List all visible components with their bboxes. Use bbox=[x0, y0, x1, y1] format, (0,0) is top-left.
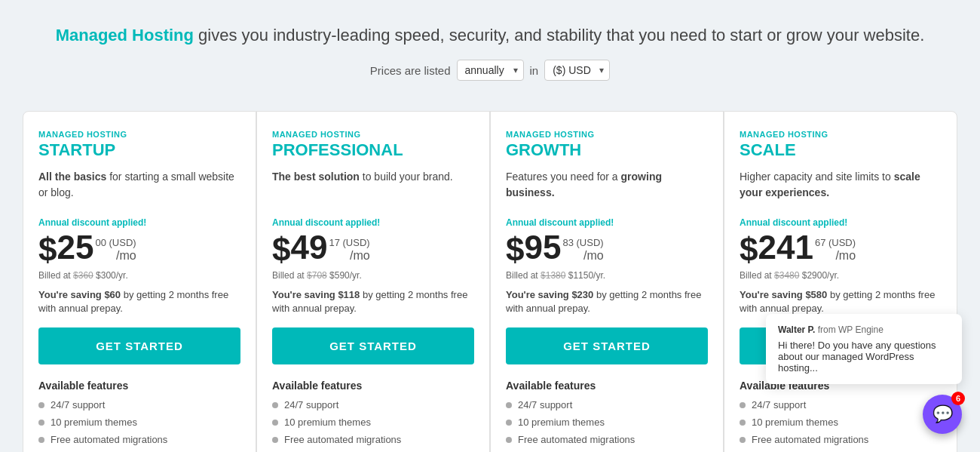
price-sup-container: 67 (USD) /mo bbox=[813, 231, 856, 266]
header-section: Managed Hosting gives you industry-leadi… bbox=[0, 0, 980, 111]
feature-item: 10 premium themes bbox=[740, 417, 942, 428]
chat-widget[interactable]: 💬 6 bbox=[923, 395, 962, 434]
feature-dot-icon bbox=[38, 420, 44, 426]
feature-dot-icon bbox=[506, 402, 512, 408]
feature-item: Free automated migrations bbox=[272, 434, 474, 445]
chat-tooltip-header: Walter P. from WP Engine bbox=[778, 324, 950, 335]
in-label: in bbox=[530, 64, 539, 77]
price-per: /mo bbox=[116, 249, 136, 263]
price-sup-container: 17 (USD) /mo bbox=[327, 231, 369, 266]
discount-label: Annual discount applied! bbox=[38, 217, 240, 228]
plan-label: MANAGED HOSTING bbox=[506, 130, 708, 139]
feature-text: 24/7 support bbox=[518, 399, 572, 410]
chat-agent-name: Walter P. bbox=[778, 324, 815, 335]
plan-description: Features you need for a growing business… bbox=[506, 169, 708, 205]
feature-text: 10 premium themes bbox=[51, 417, 137, 428]
get-started-button[interactable]: GET STARTED bbox=[272, 327, 474, 364]
billed-row: Billed at $708 $590/yr. bbox=[272, 270, 474, 281]
plan-label: MANAGED HOSTING bbox=[272, 130, 474, 139]
plan-label: MANAGED HOSTING bbox=[38, 130, 240, 139]
price-row: $ 241 67 (USD) /mo bbox=[740, 231, 942, 269]
feature-dot-icon bbox=[740, 402, 746, 408]
currency-wrapper[interactable]: ($) USD (€) EUR (£) GBP bbox=[544, 60, 610, 81]
feature-text: 24/7 support bbox=[51, 399, 105, 410]
feature-dot-icon bbox=[272, 402, 278, 408]
feature-dot-icon bbox=[740, 437, 746, 443]
header-title: Managed Hosting gives you industry-leadi… bbox=[30, 23, 950, 48]
discount-label: Annual discount applied! bbox=[506, 217, 708, 228]
discount-label: Annual discount applied! bbox=[272, 217, 474, 228]
plan-description: Higher capacity and site limits to scale… bbox=[740, 169, 942, 205]
get-started-button[interactable]: GET STARTED bbox=[506, 327, 708, 364]
feature-text: 10 premium themes bbox=[752, 417, 838, 428]
price-main: 49 bbox=[290, 231, 327, 264]
price-row: $ 49 17 (USD) /mo bbox=[272, 231, 474, 269]
billed-row: Billed at $360 $300/yr. bbox=[38, 270, 240, 281]
price-per: /mo bbox=[835, 249, 856, 263]
feature-text: 24/7 support bbox=[284, 399, 338, 410]
feature-item: 24/7 support bbox=[272, 399, 474, 410]
features-title: Available features bbox=[506, 380, 708, 392]
price-cents: 83 (USD) bbox=[562, 237, 603, 249]
header-title-rest: gives you industry-leading speed, securi… bbox=[194, 26, 924, 45]
currency-select[interactable]: ($) USD (€) EUR (£) GBP bbox=[544, 60, 610, 81]
plan-card-3: MANAGED HOSTING SCALE Higher capacity an… bbox=[724, 111, 957, 452]
plan-card-0: MANAGED HOSTING STARTUP All the basics f… bbox=[23, 111, 256, 452]
price-row: $ 25 00 (USD) /mo bbox=[38, 231, 240, 269]
price-main: 25 bbox=[57, 231, 93, 264]
feature-text: 10 premium themes bbox=[518, 417, 605, 428]
chat-tooltip: Walter P. from WP Engine Hi there! Do yo… bbox=[766, 314, 962, 384]
saving-text: You're saving $60 by getting 2 months fr… bbox=[38, 288, 240, 315]
plan-name: GROWTH bbox=[506, 140, 708, 160]
feature-text: Free automated migrations bbox=[518, 434, 635, 445]
billed-row: Billed at $3480 $2900/yr. bbox=[740, 270, 942, 281]
feature-item: 10 premium themes bbox=[506, 417, 708, 428]
price-row: $ 95 83 (USD) /mo bbox=[506, 231, 708, 269]
price-dollar: $ bbox=[38, 231, 57, 269]
price-sup-container: 00 (USD) /mo bbox=[93, 231, 136, 266]
feature-dot-icon bbox=[506, 437, 512, 443]
price-cents: 00 (USD) bbox=[95, 237, 136, 249]
get-started-button[interactable]: GET STARTED bbox=[38, 327, 240, 364]
feature-text: Free automated migrations bbox=[752, 434, 868, 445]
chat-message: Hi there! Do you have any questions abou… bbox=[778, 340, 950, 374]
price-per: /mo bbox=[350, 249, 370, 263]
plan-name: SCALE bbox=[740, 140, 942, 160]
feature-dot-icon bbox=[506, 420, 512, 426]
feature-dot-icon bbox=[38, 437, 44, 443]
discount-label: Annual discount applied! bbox=[740, 217, 942, 228]
billing-cycle-select[interactable]: annually monthly bbox=[457, 60, 524, 81]
price-main: 95 bbox=[524, 231, 561, 264]
price-dollar: $ bbox=[272, 231, 290, 269]
feature-text: 24/7 support bbox=[752, 399, 806, 410]
chat-icon: 💬 bbox=[933, 404, 953, 424]
plan-description: The best solution to build your brand. bbox=[272, 169, 474, 205]
features-title: Available features bbox=[38, 380, 240, 392]
pricing-label: Prices are listed bbox=[370, 64, 451, 77]
price-per: /mo bbox=[583, 249, 604, 263]
price-dollar: $ bbox=[740, 231, 758, 269]
billing-cycle-wrapper[interactable]: annually monthly bbox=[457, 60, 524, 81]
feature-text: Free automated migrations bbox=[284, 434, 401, 445]
features-title: Available features bbox=[272, 380, 474, 392]
chat-badge: 6 bbox=[951, 392, 965, 405]
plan-name: STARTUP bbox=[38, 140, 240, 160]
plan-card-1: MANAGED HOSTING PROFESSIONAL The best so… bbox=[256, 111, 490, 452]
feature-dot-icon bbox=[38, 402, 44, 408]
chat-agent-company: from WP Engine bbox=[818, 324, 884, 335]
billed-row: Billed at $1380 $1150/yr. bbox=[506, 270, 708, 281]
feature-item: Free automated migrations bbox=[506, 434, 708, 445]
saving-text: You're saving $118 by getting 2 months f… bbox=[272, 288, 474, 315]
price-dollar: $ bbox=[506, 231, 524, 269]
page-wrapper: Managed Hosting gives you industry-leadi… bbox=[0, 0, 980, 452]
pricing-selector: Prices are listed annually monthly in ($… bbox=[30, 60, 950, 81]
feature-text: 10 premium themes bbox=[284, 417, 371, 428]
brand-highlight: Managed Hosting bbox=[56, 26, 194, 45]
feature-item: Free automated migrations bbox=[740, 434, 942, 445]
saving-text: You're saving $580 by getting 2 months f… bbox=[740, 288, 942, 315]
plans-container: MANAGED HOSTING STARTUP All the basics f… bbox=[0, 111, 980, 452]
plan-card-2: MANAGED HOSTING GROWTH Features you need… bbox=[490, 111, 724, 452]
feature-item: 24/7 support bbox=[506, 399, 708, 410]
feature-item: 10 premium themes bbox=[38, 417, 240, 428]
price-main: 241 bbox=[758, 231, 813, 264]
